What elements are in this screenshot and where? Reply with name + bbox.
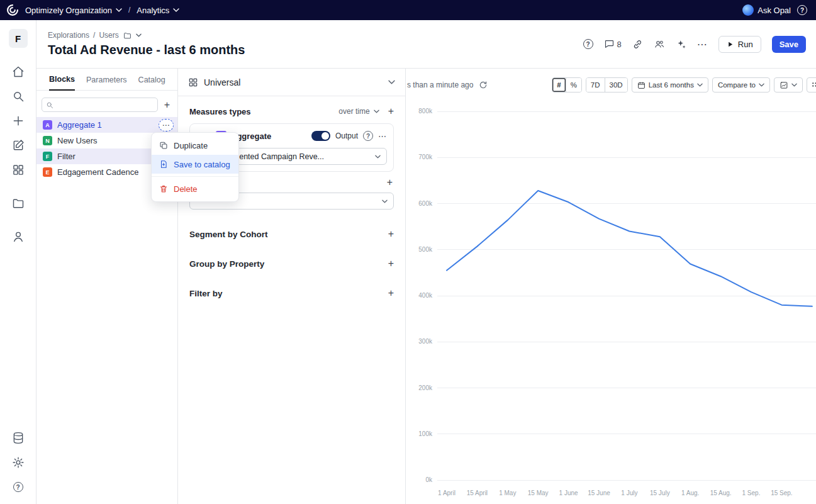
chevron-down-icon [759,83,764,87]
absolute-format-button[interactable]: # [552,78,565,92]
chevron-down-icon[interactable] [136,33,142,37]
user-icon[interactable] [11,230,25,244]
svg-text:15 June: 15 June [588,490,610,496]
play-icon [727,41,734,48]
block-options-button[interactable]: ⋯ [159,119,174,132]
section-segment-by-cohort: Segment by Cohort + [189,229,394,239]
add-group-button[interactable]: + [388,259,394,269]
chart-pane: s than a minute ago # % 7D 30D Last 6 [406,69,816,504]
menu-item-delete[interactable]: Delete [152,179,238,198]
org-label: Optimizely Organization [25,6,112,15]
data-sources-icon[interactable] [11,431,25,445]
svg-text:1 July: 1 July [621,490,637,496]
trash-icon [159,184,168,193]
chart-toolbar: s than a minute ago # % 7D 30D Last 6 [407,77,816,93]
create-icon[interactable] [11,114,25,128]
svg-text:300k: 300k [418,338,433,345]
optimizely-logo-icon[interactable] [6,4,19,16]
collapse-chevron-icon[interactable] [388,80,395,84]
add-measure-button[interactable]: + [388,106,394,116]
save-to-catalog-icon [159,160,168,169]
sparkles-icon[interactable] [676,39,686,50]
page-header: Explorations / Users Total Ad Revenue - … [36,20,816,69]
page-title: Total Ad Revenue - last 6 months [48,43,245,57]
range-30d-button[interactable]: 30D [605,78,627,92]
search-icon[interactable] [11,89,25,103]
list-item-aggregate-1[interactable]: A Aggregate 1 ⋯ [36,117,177,133]
svg-text:1 April: 1 April [438,490,456,496]
help-action-icon[interactable]: ? [583,39,593,49]
table-view-button[interactable] [807,77,816,92]
filter-block-icon: F [43,152,52,161]
aggregate-options-icon[interactable]: ⋯ [378,132,387,141]
svg-text:15 April: 15 April [467,490,488,496]
chevron-down-icon [697,83,703,87]
tab-blocks[interactable]: Blocks [49,75,75,91]
product-switcher[interactable]: Analytics [137,6,179,15]
tab-parameters[interactable]: Parameters [86,76,127,90]
svg-text:400k: 400k [418,292,433,299]
svg-text:200k: 200k [418,384,433,391]
icon-sidebar: F ? [0,20,36,504]
universal-title: Universal [204,77,240,87]
chevron-down-icon [374,109,379,113]
run-button[interactable]: Run [718,36,761,53]
over-time-dropdown[interactable]: over time [338,107,369,116]
breadcrumb-explorations[interactable]: Explorations [48,31,89,40]
calendar-icon [637,81,646,89]
add-filter-button[interactable]: + [388,288,394,298]
ask-opal-button[interactable]: Ask Opal [742,4,791,16]
duplicate-icon [159,141,168,150]
add-block-button[interactable]: + [164,100,170,110]
refresh-icon[interactable] [479,81,488,89]
settings-gear-icon[interactable] [11,456,25,469]
new-users-block-icon: N [43,136,52,145]
help-icon[interactable]: ? [797,5,807,15]
chevron-down-icon [382,199,388,203]
help-bottom-icon[interactable]: ? [11,480,25,494]
svg-text:1 June: 1 June [559,490,578,496]
menu-item-save-to-catalog[interactable]: Save to catalog [152,155,238,174]
line-chart: 0k100k200k300k400k500k600k700k800k1 Apri… [406,95,816,503]
output-toggle[interactable] [311,131,330,141]
add-segment-button[interactable]: + [388,229,394,239]
folder-icon[interactable] [11,196,25,210]
share-users-icon[interactable] [654,39,665,49]
folder-small-icon[interactable] [123,31,132,40]
add-measure-row-button[interactable]: + [387,177,393,188]
section-filter-by: Filter by + [189,288,394,298]
edit-icon[interactable] [11,138,25,152]
value-format-toggle: # % [552,77,582,92]
date-range-button[interactable]: Last 6 months [632,77,708,92]
svg-text:1 Sep.: 1 Sep. [742,490,761,496]
org-switcher[interactable]: Optimizely Organization [25,6,122,15]
menu-divider [152,176,238,177]
comments-button[interactable]: 8 [604,39,622,49]
comment-count: 8 [617,40,622,49]
save-button[interactable]: Save [772,36,806,53]
svg-text:15 July: 15 July [650,490,670,496]
svg-text:0k: 0k [425,476,433,483]
menu-item-duplicate[interactable]: Duplicate [152,136,238,155]
link-icon[interactable] [632,39,643,50]
range-7d-button[interactable]: 7D [586,78,605,92]
info-icon[interactable]: ? [363,131,373,141]
blocks-icon[interactable] [11,163,25,177]
percent-format-button[interactable]: % [566,78,581,92]
quick-range-group: 7D 30D [586,77,628,92]
grid-dots-icon [811,81,816,89]
home-icon[interactable] [11,65,25,79]
svg-text:100k: 100k [418,430,433,437]
more-actions-icon[interactable]: ⋯ [697,38,708,50]
line-chart-icon [780,81,788,89]
breadcrumb-users[interactable]: Users [99,31,118,40]
svg-text:1 Aug.: 1 Aug. [681,490,699,496]
workspace-avatar[interactable]: F [9,29,28,48]
product-label: Analytics [137,6,169,15]
blocks-search-input[interactable] [57,101,154,109]
compare-to-button[interactable]: Compare to [712,77,770,92]
blocks-search[interactable] [42,98,158,112]
chart-type-button[interactable] [774,77,803,92]
tab-catalog[interactable]: Catalog [138,76,165,90]
chevron-down-icon [375,155,381,159]
